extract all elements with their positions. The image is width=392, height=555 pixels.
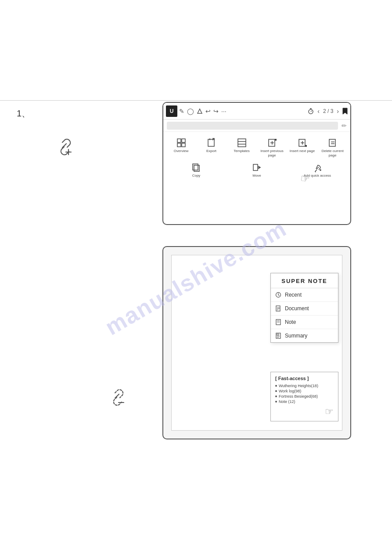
summary-label: Summary (285, 333, 307, 339)
section-number: 1、 (17, 108, 30, 120)
summary-icon (275, 333, 281, 339)
templates-label: Templates (234, 149, 249, 153)
page-indicator: 2 / 3 (323, 108, 333, 114)
fast-access-item-1[interactable]: Wuthering Heights(18) (275, 383, 334, 388)
fast-access-label-2: Work log(98) (279, 389, 301, 393)
note-icon (275, 319, 281, 325)
fast-access-item-2[interactable]: Work log(98) (275, 388, 334, 394)
fast-access-label-3: Fortress Besieged(68) (279, 394, 318, 399)
menu-item-add-quick[interactable]: Add quick access ☞ (287, 160, 348, 181)
svg-rect-8 (177, 139, 181, 142)
undo-icon[interactable]: ↩ (205, 108, 211, 115)
fast-access-label-4: Note (12) (279, 399, 295, 404)
note-label: Note (285, 319, 296, 325)
svg-rect-25 (305, 145, 307, 147)
toolbar: U ✎ ◯ ↩ ↪ ··· ‹ 2 / 3 › (163, 103, 350, 120)
search-bar-area: ✏ (163, 120, 350, 132)
insert-prev-label: Insert previous page (258, 149, 286, 157)
svg-rect-29 (194, 165, 199, 171)
bookmark-icon[interactable] (342, 108, 348, 115)
menu-grid-row1: Overview Export Templates Insert previou… (163, 132, 350, 160)
menu-grid-row2: Copy Move Add quick access ☞ (163, 160, 350, 183)
toolbar-right: ‹ 2 / 3 › (308, 108, 348, 115)
svg-marker-3 (198, 109, 202, 113)
section-divider (0, 100, 392, 101)
menu-item-insert-next[interactable]: Insert next page (287, 135, 317, 160)
search-bar[interactable] (167, 122, 338, 130)
recent-icon (275, 292, 281, 298)
bullet-4 (275, 401, 277, 403)
next-page-icon[interactable]: › (337, 108, 339, 115)
panel-item-summary[interactable]: Summary (271, 329, 338, 342)
remove-link-icon (105, 387, 126, 408)
menu-item-overview[interactable]: Overview (166, 135, 196, 160)
recent-label: Recent (285, 292, 302, 298)
panel-title: SUPER NOTE (271, 273, 338, 288)
delete-icon (328, 138, 338, 148)
svg-line-7 (311, 111, 312, 112)
svg-rect-10 (177, 143, 181, 147)
menu-item-delete[interactable]: Delete current page (317, 135, 348, 160)
bottom-device: SUPER NOTE Recent Document Note (162, 246, 351, 439)
menu-item-copy[interactable]: Copy (166, 160, 227, 181)
svg-rect-26 (329, 139, 335, 146)
svg-rect-30 (193, 164, 198, 170)
svg-rect-47 (277, 334, 279, 335)
export-icon (207, 138, 216, 148)
svg-rect-15 (238, 139, 246, 147)
overview-icon (176, 138, 186, 148)
supernote-panel: SUPER NOTE Recent Document Note (270, 273, 338, 343)
finger-cursor-top: ☞ (299, 172, 311, 185)
bullet-2 (275, 390, 277, 392)
redo-icon[interactable]: ↪ (213, 108, 219, 115)
svg-rect-21 (275, 139, 277, 141)
prev-page-icon[interactable]: ‹ (317, 108, 320, 115)
device-screen: SUPER NOTE Recent Document Note (171, 255, 342, 431)
copy-label: Copy (192, 174, 201, 178)
svg-rect-12 (208, 139, 214, 146)
fast-access-item-3[interactable]: Fortress Besieged(68) (275, 394, 334, 399)
insert-next-label: Insert next page (290, 149, 315, 153)
templates-icon (237, 138, 247, 148)
bullet-1 (275, 385, 277, 387)
fast-access-title: [ Fast-access ] (275, 376, 334, 381)
menu-item-move[interactable]: Move (227, 160, 287, 181)
eraser-icon[interactable] (197, 108, 203, 114)
bullet-3 (275, 395, 277, 397)
export-label: Export (206, 149, 216, 153)
panel-item-document[interactable]: Document (271, 302, 338, 316)
fast-access-label-1: Wuthering Heights(18) (279, 384, 318, 388)
document-icon (275, 305, 281, 312)
document-label: Document (285, 305, 309, 312)
app-logo: U (166, 105, 177, 117)
insert-next-icon (298, 138, 307, 148)
add-quick-icon (313, 163, 322, 172)
copy-icon (191, 163, 201, 172)
toolbar-icons: ✎ ◯ ↩ ↪ ··· (179, 108, 306, 115)
timer-icon[interactable] (308, 108, 314, 114)
menu-item-export[interactable]: Export (196, 135, 227, 160)
panel-item-note[interactable]: Note (271, 316, 338, 329)
add-link-icon (53, 136, 74, 157)
move-icon (252, 163, 262, 172)
pencil-icon[interactable]: ✎ (179, 108, 184, 115)
fast-access-panel: [ Fast-access ] Wuthering Heights(18) Wo… (270, 372, 338, 421)
svg-rect-11 (182, 143, 185, 147)
finger-cursor-bottom: ☞ (275, 406, 334, 417)
menu-item-insert-prev[interactable]: Insert previous page (257, 135, 287, 160)
svg-rect-31 (253, 164, 258, 170)
insert-prev-icon (267, 138, 277, 148)
top-device: U ✎ ◯ ↩ ↪ ··· ‹ 2 / 3 › (162, 102, 351, 225)
panel-item-recent[interactable]: Recent (271, 288, 338, 302)
overview-label: Overview (174, 149, 188, 153)
delete-label: Delete current page (318, 149, 347, 157)
svg-line-38 (278, 295, 280, 296)
edit-icon[interactable]: ✏ (342, 122, 347, 129)
fast-access-item-4[interactable]: Note (12) (275, 399, 334, 404)
shape-icon[interactable]: ◯ (187, 108, 194, 115)
svg-rect-9 (182, 139, 185, 142)
menu-item-templates[interactable]: Templates (227, 135, 257, 160)
move-label: Move (252, 174, 261, 178)
more-icon[interactable]: ··· (221, 108, 227, 115)
